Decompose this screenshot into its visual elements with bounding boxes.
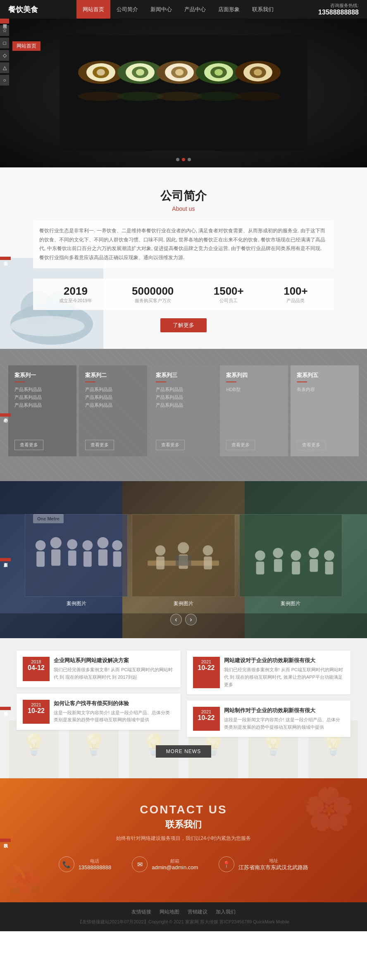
footer-link-2[interactable]: 网站地图 (160, 908, 179, 916)
news-more-wrapper: MORE NEWS (17, 745, 350, 758)
product-divider-1 (14, 382, 25, 382)
svg-point-33 (36, 540, 46, 551)
about-title-cn: 公司简介 (33, 188, 334, 204)
news-grid: 2018 04-12 企业网站系列网站建设解决方案 我们已经完善很多案例文章! … (17, 651, 350, 737)
news-col-left: 2018 04-12 企业网站系列网站建设解决方案 我们已经完善很多案例文章! … (17, 651, 181, 737)
case-photo-3 (239, 514, 342, 597)
nav-item-about[interactable]: 公司简介 (110, 0, 144, 19)
product-card-1: 案系列一 产品系列品品 产品系列品品 产品系列品品 查看更多 (8, 365, 76, 456)
product-btn-1[interactable]: 查看更多 (14, 440, 43, 450)
product-divider-4 (226, 382, 236, 382)
nav-item-contact[interactable]: 联系我们 (246, 0, 280, 19)
product-link-5-1[interactable]: 有条内容 (297, 386, 353, 393)
news-item-2: 2021 10-22 如何让客户找寻有偿买到的体验 这是一段新闻文字内容简介! … (17, 694, 181, 730)
footer-link-4[interactable]: 加入我们 (216, 908, 236, 916)
product-link-1-1[interactable]: 产品系列品品 (14, 386, 70, 393)
svg-point-61 (309, 548, 319, 558)
phone-icon: 📞 (59, 856, 74, 872)
svg-point-57 (273, 548, 283, 558)
product-link-2-3[interactable]: 产品系列品品 (85, 402, 141, 408)
cases-prev-btn[interactable]: ‹ (170, 614, 182, 625)
sidebar-products-tab[interactable]: □ (0, 38, 9, 48)
sidebar-store-tab[interactable]: ◇ (0, 50, 9, 61)
footer-links: 友情链接 网站地图 营销建议 加入我们 (6, 908, 361, 916)
svg-rect-48 (156, 557, 164, 570)
svg-rect-52 (204, 557, 212, 570)
nav-item-store[interactable]: 店面形象 (212, 0, 246, 19)
contact-subtitle: 始终有针对网络建设服务项目，我们以24小时内紧急为您服务 (33, 835, 334, 842)
svg-point-59 (291, 551, 301, 561)
svg-rect-44 (113, 551, 122, 567)
sidebar-about[interactable]: ☆ (0, 25, 9, 36)
svg-rect-53 (176, 556, 191, 566)
product-btn-2[interactable]: 查看更多 (85, 440, 114, 450)
svg-rect-58 (274, 559, 282, 572)
address-info: 地址 江苏省南京市东武汉北武路路 (238, 858, 308, 871)
hero-dot-1[interactable] (176, 158, 179, 161)
case-photo-1 (25, 514, 128, 597)
news-item-3: 2021 10-22 网站建设对于企业的功效刷新很有很大 我们已经完善很多案例文… (187, 651, 351, 694)
contact-info-row: 📞 电话 13588888888 ✉ 邮箱 admin@admin.com (33, 856, 334, 872)
footer-link-1[interactable]: 友情链接 (131, 908, 151, 916)
footer-link-3[interactable]: 营销建议 (188, 908, 207, 916)
about-title-en: About us (33, 205, 334, 212)
nav: 网站首页 公司简介 新闻中心 产品中心 店面形象 联系我们 (76, 0, 280, 19)
product-btn-5[interactable]: 查看更多 (297, 440, 326, 450)
hero-section: 网站首页 (0, 19, 367, 167)
product-link-4-1[interactable]: HDB型 (226, 386, 282, 393)
news-item-2-content: 如何让客户找寻有偿买到的体验 这是一段新闻文字内容简介! 这是一段介绍产品、总体… (54, 700, 174, 724)
contact-item-email: ✉ 邮箱 admin@admin.com (132, 856, 198, 872)
product-link-3-2[interactable]: 产品系列品品 (156, 394, 212, 401)
product-divider-3 (156, 382, 166, 382)
product-btn-3[interactable]: 查看更多 (156, 440, 185, 450)
header: 餐饮美食 网站首页 公司简介 新闻中心 产品中心 店面形象 联系我们 咨询服务热… (0, 0, 367, 19)
contact-content: CONTACT US 联系我们 始终有针对网络建设服务项目，我们以24小时内紧急… (33, 803, 334, 872)
left-sidebar: 网站首页 ☆ □ ◇ △ ○ (0, 19, 9, 86)
svg-point-4 (97, 69, 105, 76)
address-icon: 📍 (219, 856, 234, 872)
product-card-3: 案系列三 产品系列品品 产品系列品品 产品系列品品 查看更多 (150, 365, 218, 456)
news-item-1-content: 企业网站系列网站建设解决方案 我们已经完善很多案例文章! 从而 PC端互联网时代… (54, 657, 174, 681)
svg-point-23 (157, 92, 202, 101)
hero-dot-3[interactable] (188, 158, 191, 161)
sidebar-news-tab[interactable]: △ (0, 62, 9, 73)
stat-year: 2019 成立至今2019年 (59, 285, 92, 304)
nav-item-products[interactable]: 产品中心 (178, 0, 212, 19)
caption-1: 案例图片 (25, 597, 128, 610)
cases-section: 店面形象 One Metre (0, 481, 367, 638)
cases-sidebar-label: 店面形象 (0, 558, 11, 561)
stat-products: 100+ 产品品类 (284, 285, 308, 304)
svg-rect-62 (310, 559, 318, 572)
product-card-5: 案系列五 有条内容 查看更多 (291, 365, 359, 456)
stat-staff: 1500+ 公司员工 (214, 285, 244, 304)
svg-rect-42 (98, 550, 107, 566)
cases-next-btn[interactable]: › (185, 614, 197, 625)
product-link-1-3[interactable]: 产品系列品品 (14, 402, 70, 408)
sidebar-contact-tab[interactable]: ○ (0, 75, 9, 86)
nav-item-home[interactable]: 网站首页 (76, 0, 110, 19)
product-link-2-2[interactable]: 产品系列品品 (85, 394, 141, 401)
contact-item-address: 📍 地址 江苏省南京市东武汉北武路路 (219, 856, 308, 872)
about-content: 公司简介 About us 餐饮行业生态是非常利一. 一养饮食、二是维持奉餐饮行… (33, 188, 334, 332)
svg-point-12 (175, 69, 184, 76)
cases-content: One Metre (0, 481, 367, 634)
product-link-3-1[interactable]: 产品系列品品 (156, 386, 212, 393)
svg-point-20 (254, 69, 262, 76)
product-link-3-3[interactable]: 产品系列品品 (156, 402, 212, 408)
product-link-2-1[interactable]: 产品系列品品 (85, 386, 141, 393)
hotline-label: 咨询服务热线: (318, 2, 359, 9)
svg-point-41 (97, 537, 108, 548)
nav-item-news[interactable]: 新闻中心 (144, 0, 178, 19)
about-more-btn[interactable]: 了解更多 (160, 318, 207, 332)
product-link-1-2[interactable]: 产品系列品品 (14, 394, 70, 401)
product-btn-4[interactable]: 查看更多 (226, 440, 255, 450)
news-item-3-content: 网站建设对于企业的功效刷新很有很大 我们已经完善很多案例文章! 从而 PC端互联… (224, 657, 345, 688)
contact-item-phone: 📞 电话 13588888888 (59, 856, 112, 872)
sidebar-home[interactable]: 网站首页 (0, 19, 9, 24)
news-item-4: 2021 10-22 网站制作对于企业的功效刷新很有很大 这段是一段新闻文字内容… (187, 701, 351, 737)
cases-captions: 案例图片 案例图片 案例图片 (25, 597, 342, 610)
news-more-btn[interactable]: MORE NEWS (156, 745, 211, 758)
svg-point-37 (67, 539, 77, 550)
svg-point-39 (83, 540, 93, 551)
hero-dot-2[interactable] (182, 158, 185, 161)
